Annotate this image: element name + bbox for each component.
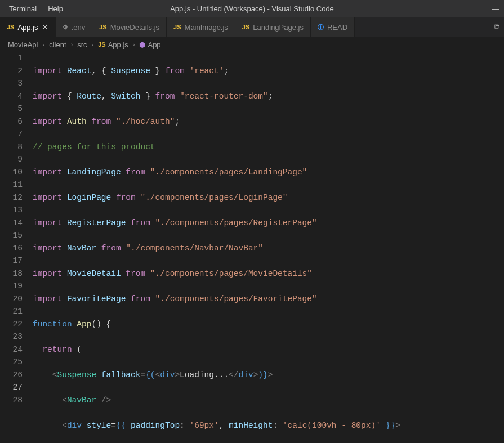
js-icon: JS (98, 41, 105, 48)
tab-env[interactable]: ⚙ .env (56, 17, 93, 37)
tab-label: LandingPage.js (253, 23, 304, 32)
tab-moviedetails[interactable]: JS MovieDetails.js (92, 17, 167, 37)
js-icon: JS (173, 24, 181, 30)
module-icon: ⬢ (139, 41, 145, 49)
chevron-right-icon: › (131, 41, 137, 48)
breadcrumb-item[interactable]: client (49, 41, 66, 49)
menu-help[interactable]: Help (43, 2, 68, 15)
js-icon: JS (242, 24, 249, 30)
tab-label: App.js (17, 23, 38, 32)
gear-icon: ⚙ (63, 24, 68, 31)
line-number-gutter: 1 2 3 4 5 6 7 8 9 10 11 12 13 14 15 16 1… (0, 52, 33, 443)
close-icon[interactable]: ✕ (42, 23, 48, 32)
tab-app-js[interactable]: JS App.js ✕ (0, 17, 56, 37)
breadcrumb: MovieApi › client › src › JS App.js › ⬢ … (0, 37, 504, 52)
info-icon: ⓘ (318, 23, 324, 32)
tab-label: .env (72, 23, 86, 32)
js-icon: JS (99, 24, 106, 30)
window-title: App.js - Untitled (Workspace) - Visual S… (170, 5, 334, 13)
breadcrumb-item[interactable]: MovieApi (8, 41, 38, 49)
tab-actions: ⧉ (490, 17, 504, 37)
chevron-right-icon: › (90, 41, 96, 48)
code-area[interactable]: import React, { Suspense } from 'react';… (33, 52, 504, 443)
tab-readme[interactable]: ⓘ READ (311, 17, 355, 37)
menu-terminal[interactable]: Terminal (5, 2, 41, 15)
minimize-icon[interactable]: — (492, 5, 499, 13)
tab-label: MainImage.js (185, 23, 228, 32)
tab-bar: JS App.js ✕ ⚙ .env JS MovieDetails.js JS… (0, 17, 504, 37)
tab-landingpage[interactable]: JS LandingPage.js (235, 17, 311, 37)
tab-mainimage[interactable]: JS MainImage.js (167, 17, 235, 37)
chevron-right-icon: › (69, 41, 75, 48)
editor[interactable]: 1 2 3 4 5 6 7 8 9 10 11 12 13 14 15 16 1… (0, 52, 504, 443)
breadcrumb-item[interactable]: src (77, 41, 87, 49)
chevron-right-icon: › (40, 41, 47, 48)
tab-label: MovieDetails.js (110, 23, 159, 32)
breadcrumb-item[interactable]: App (148, 41, 160, 49)
title-bar: Terminal Help App.js - Untitled (Workspa… (0, 0, 504, 17)
compare-icon[interactable]: ⧉ (494, 23, 499, 32)
breadcrumb-item[interactable]: App.js (108, 41, 128, 49)
window-controls: — (492, 5, 499, 13)
js-icon: JS (7, 24, 14, 30)
tab-label: READ (327, 23, 347, 32)
menu-bar: Terminal Help (5, 2, 68, 15)
